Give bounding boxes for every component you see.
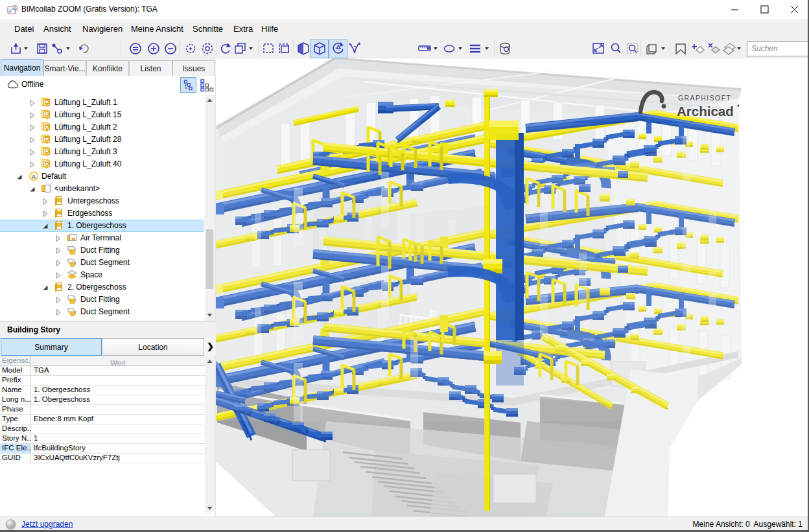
svg-text:Archicad: Archicad xyxy=(677,104,734,119)
svg-text:GRAPHISOFT: GRAPHISOFT xyxy=(678,94,731,102)
svg-text:A: A xyxy=(32,173,36,180)
